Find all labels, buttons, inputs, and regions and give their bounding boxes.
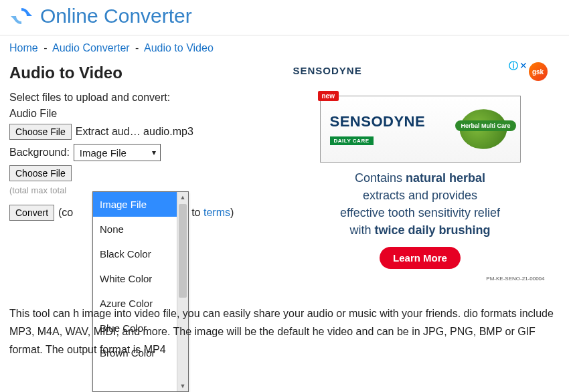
new-badge: new xyxy=(318,91,339,101)
site-title: Online Converter xyxy=(40,5,192,27)
ad-product-brand: SENSODYNE xyxy=(330,113,446,130)
select-prompt: Select files to upload and convert: xyxy=(9,92,274,104)
breadcrumb-home[interactable]: Home xyxy=(9,42,38,54)
breadcrumb-audio-converter[interactable]: Audio Converter xyxy=(52,42,130,54)
convert-button[interactable]: Convert xyxy=(9,205,54,221)
chevron-down-icon: ▾ xyxy=(152,148,156,157)
page-title: Audio to Video xyxy=(9,64,274,82)
breadcrumb-sep: - xyxy=(44,42,47,54)
header-divider xyxy=(0,35,569,35)
herbal-tag: Herbal Multi Care xyxy=(455,120,515,131)
ad-info-icon[interactable]: ⓘ xyxy=(509,61,518,70)
terms-link[interactable]: terms xyxy=(204,207,230,218)
gsk-logo: gsk xyxy=(529,62,548,81)
audio-file-label: Audio File xyxy=(9,108,274,120)
breadcrumb-sep: - xyxy=(135,42,139,54)
ad-brand-logo: SENSODYNE xyxy=(293,61,362,76)
scrollbar[interactable]: ▲ ▼ xyxy=(177,192,188,391)
choose-bg-file-button[interactable]: Choose File xyxy=(9,165,72,181)
dropdown-option[interactable]: Image File xyxy=(93,192,177,217)
ad-product-box: new SENSODYNE DAILY CARE Herbal Multi Ca… xyxy=(320,96,521,163)
scroll-down-icon[interactable]: ▼ xyxy=(177,381,188,391)
dropdown-option[interactable]: Black Color xyxy=(93,241,177,266)
background-label: Background: xyxy=(9,146,70,159)
audio-filename: Extract aud… audio.mp3 xyxy=(76,126,193,138)
site-header: Online Converter xyxy=(9,0,560,35)
ad-column: SENSODYNE ⓘ ✕ gsk new SENSODYNE DAILY CA… xyxy=(280,60,560,282)
ad-banner[interactable]: SENSODYNE ⓘ ✕ gsk new SENSODYNE DAILY CA… xyxy=(293,61,548,282)
ad-code: PM-KE-SENO-21-00004 xyxy=(293,276,548,282)
svg-marker-1 xyxy=(11,16,15,20)
dropdown-option[interactable]: None xyxy=(93,217,177,241)
scroll-up-icon[interactable]: ▲ xyxy=(177,192,188,203)
breadcrumb: Home - Audio Converter - Audio to Video xyxy=(9,39,560,60)
choose-audio-file-button[interactable]: Choose File xyxy=(9,124,72,140)
tool-description: This tool can h image into video file, y… xyxy=(9,304,560,359)
ad-copy: Contains natural herbal extracts and pro… xyxy=(307,169,534,239)
refresh-icon xyxy=(9,4,33,28)
ad-cta-button[interactable]: Learn More xyxy=(380,247,461,269)
background-dropdown[interactable]: Image FileNoneBlack ColorWhite ColorAzur… xyxy=(92,191,189,392)
ad-close-icon[interactable]: ✕ xyxy=(519,61,527,70)
breadcrumb-audio-to-video[interactable]: Audio to Video xyxy=(144,42,214,54)
dropdown-option[interactable]: White Color xyxy=(93,266,177,291)
background-select[interactable]: Image File ▾ xyxy=(74,144,161,161)
scroll-thumb[interactable] xyxy=(179,204,187,298)
background-select-value: Image File xyxy=(80,147,127,159)
site-logo[interactable]: Online Converter xyxy=(9,4,192,28)
ad-product-sub: DAILY CARE xyxy=(330,136,374,145)
svg-marker-0 xyxy=(28,12,32,16)
